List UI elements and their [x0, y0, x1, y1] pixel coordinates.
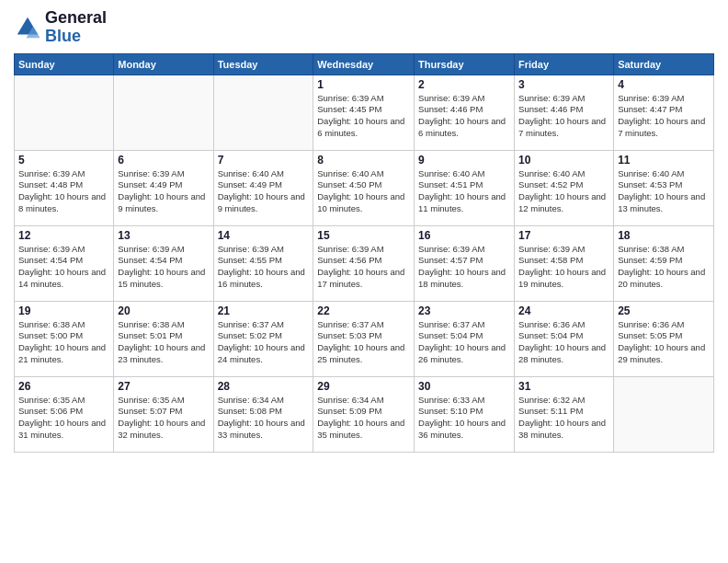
calendar-cell: 20Sunrise: 6:38 AM Sunset: 5:01 PM Dayli… [114, 301, 213, 376]
day-info: Sunrise: 6:39 AM Sunset: 4:45 PM Dayligh… [317, 93, 410, 140]
calendar-cell: 23Sunrise: 6:37 AM Sunset: 5:04 PM Dayli… [415, 301, 515, 376]
day-info: Sunrise: 6:39 AM Sunset: 4:55 PM Dayligh… [218, 244, 310, 291]
day-number: 23 [418, 304, 510, 317]
day-info: Sunrise: 6:37 AM Sunset: 5:02 PM Dayligh… [218, 319, 310, 366]
day-number: 13 [118, 229, 209, 242]
day-info: Sunrise: 6:39 AM Sunset: 4:54 PM Dayligh… [18, 244, 109, 291]
calendar-cell: 12Sunrise: 6:39 AM Sunset: 4:54 PM Dayli… [15, 225, 114, 301]
day-number: 20 [118, 304, 209, 317]
calendar-cell: 14Sunrise: 6:39 AM Sunset: 4:55 PM Dayli… [213, 225, 313, 301]
calendar-cell: 1Sunrise: 6:39 AM Sunset: 4:45 PM Daylig… [313, 75, 415, 150]
day-number: 1 [317, 78, 410, 91]
calendar-cell: 2Sunrise: 6:39 AM Sunset: 4:46 PM Daylig… [415, 75, 515, 150]
calendar-header-row: SundayMondayTuesdayWednesdayThursdayFrid… [15, 53, 714, 75]
day-info: Sunrise: 6:32 AM Sunset: 5:11 PM Dayligh… [518, 395, 609, 442]
day-number: 22 [317, 304, 410, 317]
day-info: Sunrise: 6:37 AM Sunset: 5:04 PM Dayligh… [418, 319, 510, 366]
calendar-cell: 3Sunrise: 6:39 AM Sunset: 4:46 PM Daylig… [515, 75, 614, 150]
calendar-cell: 26Sunrise: 6:35 AM Sunset: 5:06 PM Dayli… [15, 376, 114, 452]
day-number: 18 [618, 229, 710, 242]
day-number: 26 [18, 380, 109, 393]
calendar-cell [114, 75, 213, 150]
calendar-header-sunday: Sunday [15, 53, 114, 75]
day-number: 25 [618, 304, 710, 317]
day-number: 14 [218, 229, 310, 242]
day-number: 4 [618, 78, 710, 91]
calendar-cell: 24Sunrise: 6:36 AM Sunset: 5:04 PM Dayli… [515, 301, 614, 376]
day-info: Sunrise: 6:39 AM Sunset: 4:46 PM Dayligh… [518, 93, 609, 140]
calendar-cell: 10Sunrise: 6:40 AM Sunset: 4:52 PM Dayli… [515, 150, 614, 225]
calendar-header-thursday: Thursday [415, 53, 515, 75]
day-info: Sunrise: 6:40 AM Sunset: 4:53 PM Dayligh… [618, 168, 710, 215]
calendar-week-0: 1Sunrise: 6:39 AM Sunset: 4:45 PM Daylig… [15, 75, 714, 150]
day-info: Sunrise: 6:34 AM Sunset: 5:08 PM Dayligh… [218, 395, 310, 442]
calendar-cell [213, 75, 313, 150]
calendar-cell: 27Sunrise: 6:35 AM Sunset: 5:07 PM Dayli… [114, 376, 213, 452]
day-number: 27 [118, 380, 209, 393]
day-number: 28 [218, 380, 310, 393]
day-info: Sunrise: 6:39 AM Sunset: 4:47 PM Dayligh… [618, 93, 710, 140]
calendar-cell: 7Sunrise: 6:40 AM Sunset: 4:49 PM Daylig… [213, 150, 313, 225]
day-info: Sunrise: 6:40 AM Sunset: 4:49 PM Dayligh… [218, 168, 310, 215]
calendar-cell: 8Sunrise: 6:40 AM Sunset: 4:50 PM Daylig… [313, 150, 415, 225]
day-number: 30 [418, 380, 510, 393]
logo-text: General Blue [45, 9, 107, 46]
calendar-cell: 4Sunrise: 6:39 AM Sunset: 4:47 PM Daylig… [614, 75, 714, 150]
day-number: 5 [18, 154, 109, 167]
calendar-cell: 28Sunrise: 6:34 AM Sunset: 5:08 PM Dayli… [213, 376, 313, 452]
calendar-cell: 29Sunrise: 6:34 AM Sunset: 5:09 PM Dayli… [313, 376, 415, 452]
day-info: Sunrise: 6:40 AM Sunset: 4:51 PM Dayligh… [418, 168, 510, 215]
calendar-cell [614, 376, 714, 452]
calendar-cell: 5Sunrise: 6:39 AM Sunset: 4:48 PM Daylig… [15, 150, 114, 225]
day-number: 3 [518, 78, 609, 91]
day-number: 16 [418, 229, 510, 242]
calendar-cell: 25Sunrise: 6:36 AM Sunset: 5:05 PM Dayli… [614, 301, 714, 376]
calendar-cell: 11Sunrise: 6:40 AM Sunset: 4:53 PM Dayli… [614, 150, 714, 225]
day-info: Sunrise: 6:39 AM Sunset: 4:58 PM Dayligh… [518, 244, 609, 291]
day-number: 11 [618, 154, 710, 167]
calendar-cell: 18Sunrise: 6:38 AM Sunset: 4:59 PM Dayli… [614, 225, 714, 301]
day-info: Sunrise: 6:36 AM Sunset: 5:04 PM Dayligh… [518, 319, 609, 366]
day-info: Sunrise: 6:38 AM Sunset: 4:59 PM Dayligh… [618, 244, 710, 291]
calendar-cell: 6Sunrise: 6:39 AM Sunset: 4:49 PM Daylig… [114, 150, 213, 225]
calendar-table: SundayMondayTuesdayWednesdayThursdayFrid… [14, 53, 714, 453]
calendar-week-2: 12Sunrise: 6:39 AM Sunset: 4:54 PM Dayli… [15, 225, 714, 301]
day-info: Sunrise: 6:39 AM Sunset: 4:54 PM Dayligh… [118, 244, 209, 291]
day-info: Sunrise: 6:39 AM Sunset: 4:46 PM Dayligh… [418, 93, 510, 140]
day-info: Sunrise: 6:39 AM Sunset: 4:48 PM Dayligh… [18, 168, 109, 215]
day-number: 7 [218, 154, 310, 167]
calendar-header-monday: Monday [114, 53, 213, 75]
day-info: Sunrise: 6:34 AM Sunset: 5:09 PM Dayligh… [317, 395, 410, 442]
day-number: 21 [218, 304, 310, 317]
day-number: 19 [18, 304, 109, 317]
day-number: 10 [518, 154, 609, 167]
day-info: Sunrise: 6:36 AM Sunset: 5:05 PM Dayligh… [618, 319, 710, 366]
day-info: Sunrise: 6:40 AM Sunset: 4:50 PM Dayligh… [317, 168, 410, 215]
day-number: 31 [518, 380, 609, 393]
day-number: 12 [18, 229, 109, 242]
calendar-cell: 17Sunrise: 6:39 AM Sunset: 4:58 PM Dayli… [515, 225, 614, 301]
calendar-header-tuesday: Tuesday [213, 53, 313, 75]
day-number: 15 [317, 229, 410, 242]
logo: General Blue [14, 9, 107, 46]
calendar-cell: 13Sunrise: 6:39 AM Sunset: 4:54 PM Dayli… [114, 225, 213, 301]
day-number: 6 [118, 154, 209, 167]
calendar-week-3: 19Sunrise: 6:38 AM Sunset: 5:00 PM Dayli… [15, 301, 714, 376]
day-info: Sunrise: 6:38 AM Sunset: 5:01 PM Dayligh… [118, 319, 209, 366]
header: General Blue [14, 9, 714, 46]
calendar-cell: 30Sunrise: 6:33 AM Sunset: 5:10 PM Dayli… [415, 376, 515, 452]
day-info: Sunrise: 6:40 AM Sunset: 4:52 PM Dayligh… [518, 168, 609, 215]
calendar-cell: 19Sunrise: 6:38 AM Sunset: 5:00 PM Dayli… [15, 301, 114, 376]
calendar-cell: 16Sunrise: 6:39 AM Sunset: 4:57 PM Dayli… [415, 225, 515, 301]
calendar-cell: 21Sunrise: 6:37 AM Sunset: 5:02 PM Dayli… [213, 301, 313, 376]
day-number: 8 [317, 154, 410, 167]
calendar-cell: 15Sunrise: 6:39 AM Sunset: 4:56 PM Dayli… [313, 225, 415, 301]
calendar-week-1: 5Sunrise: 6:39 AM Sunset: 4:48 PM Daylig… [15, 150, 714, 225]
day-number: 17 [518, 229, 609, 242]
day-number: 2 [418, 78, 510, 91]
day-info: Sunrise: 6:33 AM Sunset: 5:10 PM Dayligh… [418, 395, 510, 442]
calendar-cell [15, 75, 114, 150]
logo-icon [14, 14, 41, 41]
calendar-header-saturday: Saturday [614, 53, 714, 75]
calendar-header-wednesday: Wednesday [313, 53, 415, 75]
